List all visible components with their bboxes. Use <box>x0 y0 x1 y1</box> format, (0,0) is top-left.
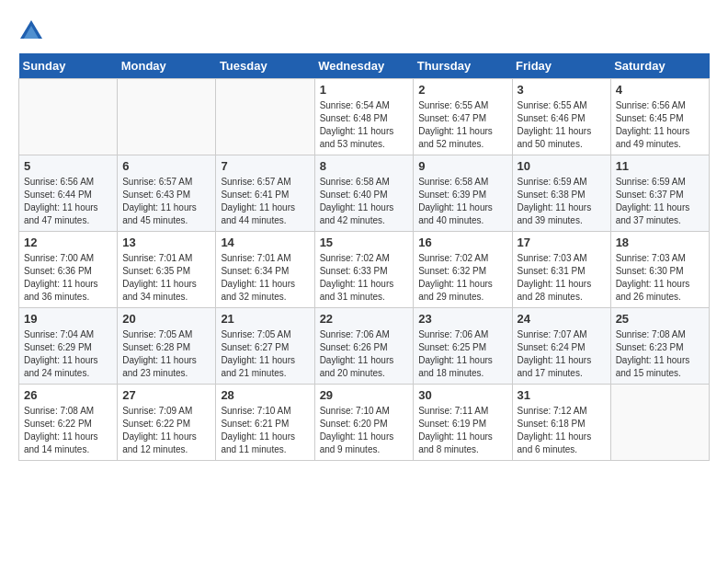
calendar-cell: 6Sunrise: 6:57 AMSunset: 6:43 PMDaylight… <box>118 155 216 232</box>
day-info: Sunrise: 7:05 AMSunset: 6:28 PMDaylight:… <box>122 328 210 380</box>
calendar-cell: 4Sunrise: 6:56 AMSunset: 6:45 PMDaylight… <box>610 79 709 155</box>
day-info: Sunrise: 7:08 AMSunset: 6:22 PMDaylight:… <box>24 405 112 456</box>
day-info: Sunrise: 7:04 AMSunset: 6:29 PMDaylight:… <box>24 328 112 380</box>
calendar: SundayMondayTuesdayWednesdayThursdayFrid… <box>18 53 710 461</box>
day-info: Sunrise: 7:03 AMSunset: 6:31 PMDaylight:… <box>518 252 606 304</box>
day-number: 27 <box>122 388 210 402</box>
day-number: 22 <box>320 312 409 326</box>
day-number: 11 <box>616 159 704 173</box>
day-number: 2 <box>418 83 506 97</box>
calendar-cell <box>19 79 118 155</box>
day-info: Sunrise: 6:59 AMSunset: 6:37 PMDaylight:… <box>616 176 704 227</box>
day-number: 16 <box>418 236 506 249</box>
calendar-cell: 24Sunrise: 7:07 AMSunset: 6:24 PMDayligh… <box>512 308 610 385</box>
day-number: 30 <box>418 388 506 402</box>
day-info: Sunrise: 6:57 AMSunset: 6:43 PMDaylight:… <box>122 176 210 227</box>
calendar-week-3: 12Sunrise: 7:00 AMSunset: 6:36 PMDayligh… <box>19 232 710 308</box>
day-info: Sunrise: 7:05 AMSunset: 6:27 PMDaylight:… <box>221 328 309 380</box>
day-number: 8 <box>320 159 409 173</box>
calendar-cell: 23Sunrise: 7:06 AMSunset: 6:25 PMDayligh… <box>414 308 512 385</box>
day-info: Sunrise: 6:56 AMSunset: 6:45 PMDaylight:… <box>616 99 704 151</box>
calendar-cell: 20Sunrise: 7:05 AMSunset: 6:28 PMDayligh… <box>118 308 216 385</box>
calendar-cell <box>118 79 216 155</box>
day-number: 24 <box>518 312 606 326</box>
day-info: Sunrise: 6:54 AMSunset: 6:48 PMDaylight:… <box>320 99 409 151</box>
day-number: 17 <box>518 236 606 249</box>
calendar-cell: 29Sunrise: 7:10 AMSunset: 6:20 PMDayligh… <box>314 385 414 461</box>
day-info: Sunrise: 7:01 AMSunset: 6:34 PMDaylight:… <box>221 252 309 304</box>
day-info: Sunrise: 6:58 AMSunset: 6:39 PMDaylight:… <box>418 176 506 227</box>
calendar-cell: 31Sunrise: 7:12 AMSunset: 6:18 PMDayligh… <box>512 385 610 461</box>
day-number: 31 <box>518 388 606 402</box>
calendar-cell: 11Sunrise: 6:59 AMSunset: 6:37 PMDayligh… <box>610 155 709 232</box>
day-number: 4 <box>616 83 704 97</box>
day-info: Sunrise: 7:09 AMSunset: 6:22 PMDaylight:… <box>122 405 210 456</box>
calendar-cell: 12Sunrise: 7:00 AMSunset: 6:36 PMDayligh… <box>19 232 118 308</box>
day-number: 26 <box>24 388 112 402</box>
calendar-week-5: 26Sunrise: 7:08 AMSunset: 6:22 PMDayligh… <box>19 385 710 461</box>
weekday-header-sunday: Sunday <box>19 53 118 79</box>
day-number: 23 <box>418 312 506 326</box>
weekday-header-saturday: Saturday <box>610 53 709 79</box>
day-info: Sunrise: 6:57 AMSunset: 6:41 PMDaylight:… <box>221 176 309 227</box>
calendar-cell: 25Sunrise: 7:08 AMSunset: 6:23 PMDayligh… <box>610 308 709 385</box>
calendar-cell: 28Sunrise: 7:10 AMSunset: 6:21 PMDayligh… <box>216 385 314 461</box>
calendar-cell: 9Sunrise: 6:58 AMSunset: 6:39 PMDaylight… <box>414 155 512 232</box>
day-number: 28 <box>221 388 309 402</box>
day-info: Sunrise: 7:06 AMSunset: 6:25 PMDaylight:… <box>418 328 506 380</box>
weekday-header-thursday: Thursday <box>414 53 512 79</box>
calendar-cell: 21Sunrise: 7:05 AMSunset: 6:27 PMDayligh… <box>216 308 314 385</box>
day-info: Sunrise: 7:00 AMSunset: 6:36 PMDaylight:… <box>24 252 112 304</box>
day-number: 9 <box>418 159 506 173</box>
calendar-cell: 2Sunrise: 6:55 AMSunset: 6:47 PMDaylight… <box>414 79 512 155</box>
day-info: Sunrise: 6:58 AMSunset: 6:40 PMDaylight:… <box>320 176 409 227</box>
day-number: 6 <box>122 159 210 173</box>
calendar-cell <box>216 79 314 155</box>
calendar-cell: 7Sunrise: 6:57 AMSunset: 6:41 PMDaylight… <box>216 155 314 232</box>
day-number: 7 <box>221 159 309 173</box>
weekday-header-monday: Monday <box>118 53 216 79</box>
day-info: Sunrise: 7:08 AMSunset: 6:23 PMDaylight:… <box>616 328 704 380</box>
day-info: Sunrise: 6:55 AMSunset: 6:46 PMDaylight:… <box>518 99 606 151</box>
day-info: Sunrise: 7:07 AMSunset: 6:24 PMDaylight:… <box>518 328 606 380</box>
calendar-week-4: 19Sunrise: 7:04 AMSunset: 6:29 PMDayligh… <box>19 308 710 385</box>
day-number: 29 <box>320 388 409 402</box>
day-number: 15 <box>320 236 409 249</box>
day-info: Sunrise: 7:10 AMSunset: 6:20 PMDaylight:… <box>320 405 409 456</box>
calendar-cell: 18Sunrise: 7:03 AMSunset: 6:30 PMDayligh… <box>610 232 709 308</box>
day-number: 21 <box>221 312 309 326</box>
calendar-cell: 17Sunrise: 7:03 AMSunset: 6:31 PMDayligh… <box>512 232 610 308</box>
calendar-cell: 5Sunrise: 6:56 AMSunset: 6:44 PMDaylight… <box>19 155 118 232</box>
day-number: 14 <box>221 236 309 249</box>
calendar-cell: 15Sunrise: 7:02 AMSunset: 6:33 PMDayligh… <box>314 232 414 308</box>
day-info: Sunrise: 7:12 AMSunset: 6:18 PMDaylight:… <box>518 405 606 456</box>
calendar-cell: 27Sunrise: 7:09 AMSunset: 6:22 PMDayligh… <box>118 385 216 461</box>
page-header <box>18 18 710 44</box>
calendar-cell <box>610 385 709 461</box>
calendar-cell: 30Sunrise: 7:11 AMSunset: 6:19 PMDayligh… <box>414 385 512 461</box>
day-number: 1 <box>320 83 409 97</box>
calendar-cell: 19Sunrise: 7:04 AMSunset: 6:29 PMDayligh… <box>19 308 118 385</box>
logo-icon <box>18 18 44 44</box>
weekday-header-wednesday: Wednesday <box>314 53 414 79</box>
day-number: 5 <box>24 159 112 173</box>
day-info: Sunrise: 7:11 AMSunset: 6:19 PMDaylight:… <box>418 405 506 456</box>
day-number: 19 <box>24 312 112 326</box>
weekday-header-friday: Friday <box>512 53 610 79</box>
calendar-cell: 1Sunrise: 6:54 AMSunset: 6:48 PMDaylight… <box>314 79 414 155</box>
day-number: 13 <box>122 236 210 249</box>
day-info: Sunrise: 6:56 AMSunset: 6:44 PMDaylight:… <box>24 176 112 227</box>
calendar-cell: 10Sunrise: 6:59 AMSunset: 6:38 PMDayligh… <box>512 155 610 232</box>
calendar-cell: 3Sunrise: 6:55 AMSunset: 6:46 PMDaylight… <box>512 79 610 155</box>
day-info: Sunrise: 7:10 AMSunset: 6:21 PMDaylight:… <box>221 405 309 456</box>
calendar-week-2: 5Sunrise: 6:56 AMSunset: 6:44 PMDaylight… <box>19 155 710 232</box>
calendar-cell: 14Sunrise: 7:01 AMSunset: 6:34 PMDayligh… <box>216 232 314 308</box>
day-info: Sunrise: 6:59 AMSunset: 6:38 PMDaylight:… <box>518 176 606 227</box>
calendar-cell: 8Sunrise: 6:58 AMSunset: 6:40 PMDaylight… <box>314 155 414 232</box>
calendar-week-1: 1Sunrise: 6:54 AMSunset: 6:48 PMDaylight… <box>19 79 710 155</box>
day-info: Sunrise: 7:03 AMSunset: 6:30 PMDaylight:… <box>616 252 704 304</box>
day-number: 18 <box>616 236 704 249</box>
weekday-header-row: SundayMondayTuesdayWednesdayThursdayFrid… <box>19 53 710 79</box>
calendar-cell: 22Sunrise: 7:06 AMSunset: 6:26 PMDayligh… <box>314 308 414 385</box>
logo <box>18 18 48 44</box>
